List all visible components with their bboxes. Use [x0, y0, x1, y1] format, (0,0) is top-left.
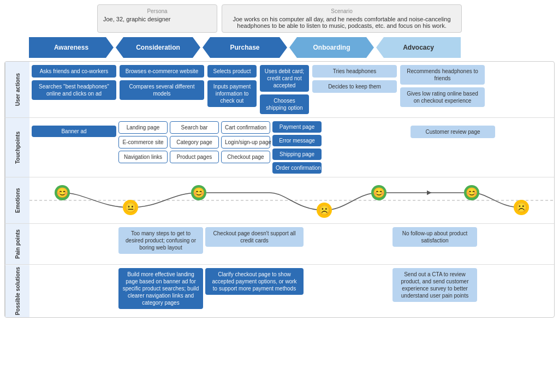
phase-onboarding: Onboarding — [289, 37, 374, 58]
ua-purchase-1: Selects product Inputs payment informati… — [207, 65, 257, 107]
persona-label: Persona — [103, 8, 211, 14]
tp-purchase-2: Payment page Error message Shipping page… — [272, 121, 322, 174]
tp-checkout: Checkout page — [221, 151, 270, 163]
pain-purchase-card: Checkout page doesn't support all credit… — [205, 227, 304, 247]
ua-onboarding-1: Tries headphones — [312, 65, 397, 78]
tp-search: Search bar — [170, 121, 219, 134]
ua-advocacy: Recommends headphones to friends Gives l… — [400, 65, 485, 107]
main-grid: User actions Asks friends and co-workers… — [4, 61, 555, 318]
tp-consideration-1: Landing page E-commerce site Navigation … — [118, 121, 168, 163]
pain-consideration: Too many steps to get to desired product… — [118, 227, 203, 254]
user-actions-content: Asks friends and co-workers Searches "be… — [29, 62, 554, 117]
tp-customer-review: Customer review page — [411, 126, 495, 138]
tp-awareness: Banner ad — [32, 121, 116, 137]
sol-purchase: Clarify checkout page to show accepted p… — [205, 268, 304, 295]
touchpoints-content: Banner ad Landing page E-commerce site N… — [29, 118, 554, 177]
phase-onboarding-label: Onboarding — [313, 44, 350, 51]
face-purchase-start: 😊 — [191, 185, 206, 200]
pain-purchase: Checkout page doesn't support all credit… — [205, 227, 304, 247]
tp-payment: Payment page — [272, 121, 322, 133]
ua-purchase-2b: Chooses shipping option — [260, 94, 309, 114]
phase-awareness: Awareness — [29, 37, 114, 58]
solutions-label: Possible solutions — [5, 265, 29, 317]
tp-purchase-1: Cart confirmation Login/sign-up page Che… — [221, 121, 270, 163]
ua-consideration-1: Browses e-commerce website — [120, 65, 204, 78]
touchpoints-label: Touchpoints — [5, 118, 29, 177]
scenario-box: Scenario Joe works on his computer all d… — [222, 4, 462, 33]
phase-advocacy-label: Advocacy — [403, 44, 434, 51]
pain-points-row: Pain points Too many steps to get to des… — [5, 224, 554, 265]
emotions-row: Emotions — [5, 177, 554, 224]
ua-consideration: Browses e-commerce website Compares seve… — [120, 65, 204, 100]
persona-box: Persona Joe, 32, graphic designer — [97, 4, 217, 33]
phase-consideration-label: Consideration — [136, 44, 180, 51]
ua-purchase-1a: Selects product — [207, 65, 257, 78]
solutions-row: Possible solutions Build more effective … — [5, 265, 554, 317]
tp-advocacy: Customer review page — [411, 121, 495, 138]
phase-awareness-label: Awareness — [54, 44, 88, 51]
phase-purchase: Purchase — [203, 37, 287, 58]
tp-error: Error message — [272, 135, 322, 146]
tp-nav: Navigation links — [118, 151, 168, 163]
ua-advocacy-1: Recommends headphones to friends — [400, 65, 485, 85]
top-row: Persona Joe, 32, graphic designer Scenar… — [4, 4, 555, 33]
tp-order: Order confirmation — [272, 162, 322, 174]
user-actions-label: User actions — [5, 62, 29, 117]
tp-landing: Landing page — [118, 121, 168, 134]
solutions-content: Build more effective landing page based … — [29, 265, 554, 317]
emotions-svg — [29, 177, 554, 223]
emotions-content: 😊 😐 😊 ☹️ 😊 😊 ☹️ — [29, 177, 554, 223]
pain-advocacy-card: No follow-up about product satisfaction — [393, 227, 477, 247]
tp-cart: Cart confirmation — [221, 121, 270, 134]
pain-advocacy: No follow-up about product satisfaction — [393, 227, 477, 247]
main-container: Persona Joe, 32, graphic designer Scenar… — [0, 0, 559, 392]
face-consideration: 😐 — [123, 200, 138, 215]
tp-awareness-banner: Banner ad — [32, 126, 116, 137]
face-purchase-end: ☹️ — [317, 203, 332, 218]
phase-consideration: Consideration — [116, 37, 200, 58]
ua-consideration-2: Compares several different models — [120, 80, 204, 100]
scenario-label: Scenario — [228, 8, 456, 14]
pain-points-content: Too many steps to get to desired product… — [29, 224, 554, 264]
tp-login: Login/sign-up page — [221, 136, 270, 149]
tp-consideration-2: Search bar Category page Product pages — [170, 121, 219, 163]
tp-shipping: Shipping page — [272, 149, 322, 160]
touchpoints-row: Touchpoints Banner ad Landing page E-com… — [5, 118, 554, 177]
phase-advocacy: Advocacy — [376, 37, 461, 58]
face-onboarding: 😊 — [371, 185, 386, 200]
ua-onboarding: Tries headphones Decides to keep them — [312, 65, 397, 93]
phase-purchase-label: Purchase — [230, 44, 259, 51]
scenario-content: Joe works on his computer all day, and h… — [228, 16, 456, 29]
tp-ecommerce: E-commerce site — [118, 136, 168, 149]
sol-purchase-card: Clarify checkout page to show accepted p… — [205, 268, 304, 295]
pain-points-label: Pain points — [5, 224, 29, 264]
face-advocacy-1: 😊 — [464, 185, 479, 200]
ua-purchase-2a: Uses debit card; credit card not accepte… — [260, 65, 309, 92]
face-awareness: 😊 — [55, 185, 70, 200]
persona-content: Joe, 32, graphic designer — [103, 16, 211, 22]
pain-consideration-card: Too many steps to get to desired product… — [118, 227, 203, 254]
ua-awareness-2: Searches "best headphones" online and cl… — [32, 80, 116, 100]
tp-product: Product pages — [170, 151, 219, 163]
sol-consideration: Build more effective landing page based … — [118, 268, 203, 309]
sol-consideration-card: Build more effective landing page based … — [118, 268, 203, 309]
ua-advocacy-2: Gives low rating online based on checkou… — [400, 87, 485, 107]
user-actions-row: User actions Asks friends and co-workers… — [5, 62, 554, 118]
sol-advocacy: Send out a CTA to review product, and se… — [393, 268, 477, 302]
ua-awareness-1: Asks friends and co-workers — [32, 65, 116, 78]
ua-onboarding-2: Decides to keep them — [312, 80, 397, 93]
phases-row: Awareness Consideration Purchase Onboard… — [4, 37, 555, 58]
emotions-label: Emotions — [5, 177, 29, 223]
sol-advocacy-card: Send out a CTA to review product, and se… — [393, 268, 477, 302]
ua-awareness: Asks friends and co-workers Searches "be… — [32, 65, 116, 100]
ua-purchase-1b: Inputs payment information to check out — [207, 80, 257, 107]
tp-category: Category page — [170, 136, 219, 149]
face-advocacy-2: ☹️ — [514, 200, 529, 215]
ua-purchase-2: Uses debit card; credit card not accepte… — [260, 65, 309, 114]
